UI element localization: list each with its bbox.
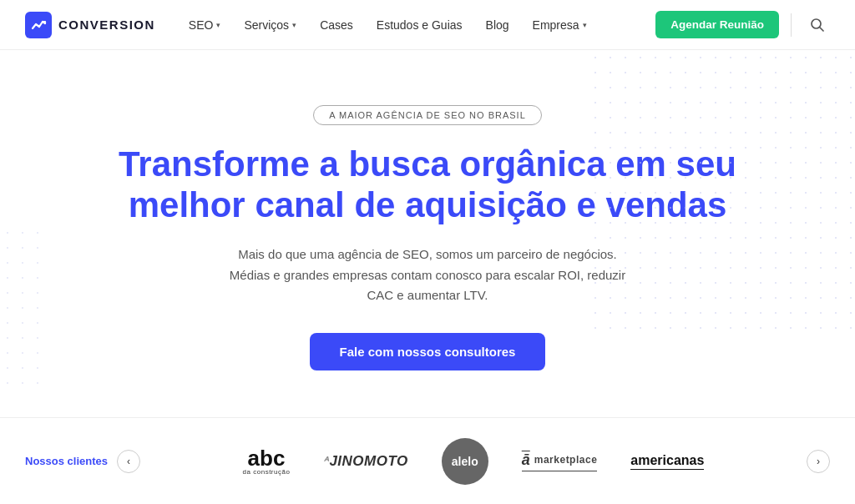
- header: CONVERSION SEO ▾ Serviços ▾ Cases Estudo…: [0, 0, 855, 50]
- svg-line-1: [820, 28, 823, 31]
- logo[interactable]: CONVERSION: [25, 12, 155, 38]
- chevron-down-icon: ▾: [216, 21, 220, 29]
- client-logo-americanas: americanas: [630, 453, 704, 470]
- chevron-down-icon: ▾: [292, 21, 296, 29]
- logo-icon: [25, 12, 52, 38]
- hero-section: A MAIOR AGÊNCIA DE SEO NO BRASIL Transfo…: [0, 50, 855, 417]
- hero-badge: A MAIOR AGÊNCIA DE SEO NO BRASIL: [313, 105, 542, 125]
- header-divider: [791, 13, 792, 37]
- nav-blog[interactable]: Blog: [486, 18, 509, 32]
- nav-empresa[interactable]: Empresa ▾: [533, 18, 587, 32]
- main-nav: SEO ▾ Serviços ▾ Cases Estudos e Guias B…: [189, 18, 655, 32]
- nav-estudos[interactable]: Estudos e Guias: [377, 18, 463, 32]
- header-actions: Agendar Reunião: [655, 11, 830, 38]
- hero-title: Transforme a busca orgânica em seu melho…: [119, 144, 736, 226]
- client-logo-alelo: alelo: [442, 438, 488, 485]
- client-logo-ajinomoto: ᴬJINOMOTO: [323, 453, 407, 470]
- clients-logos: abcda construção ᴬJINOMOTO alelo ā marke…: [149, 438, 798, 485]
- search-button[interactable]: [803, 12, 830, 38]
- clients-prev-button[interactable]: ‹: [117, 450, 140, 473]
- logo-text: CONVERSION: [58, 18, 155, 32]
- clients-next-button[interactable]: ›: [807, 450, 830, 473]
- hero-subtitle: Mais do que uma agência de SEO, somos um…: [223, 244, 632, 306]
- cta-button[interactable]: Fale com nossos consultores: [310, 333, 546, 370]
- svg-point-0: [812, 19, 821, 28]
- nav-seo[interactable]: SEO ▾: [189, 18, 221, 32]
- nav-servicos[interactable]: Serviços ▾: [244, 18, 296, 32]
- agendar-button[interactable]: Agendar Reunião: [655, 11, 779, 38]
- chevron-down-icon: ▾: [583, 21, 587, 29]
- clients-bar: Nossos clientes ‹ abcda construção ᴬJINO…: [0, 417, 855, 504]
- client-logo-marketplace: ā marketplace: [522, 451, 598, 471]
- nav-cases[interactable]: Cases: [320, 18, 353, 32]
- clients-label: Nossos clientes: [25, 455, 109, 467]
- client-logo-abc: abcda construção: [243, 447, 291, 476]
- dot-pattern-left: [0, 225, 50, 392]
